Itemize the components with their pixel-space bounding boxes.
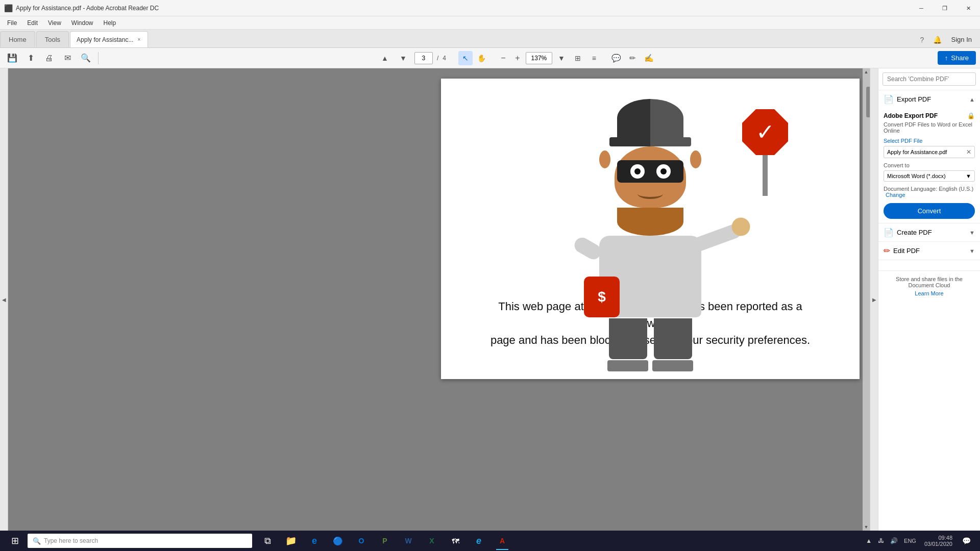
page-number-input[interactable]	[414, 52, 433, 64]
ie-button[interactable]: e	[468, 531, 490, 551]
comment-button[interactable]: 💬	[609, 51, 624, 65]
scroll-thumb[interactable]	[866, 87, 870, 117]
tab-close-button[interactable]: ×	[136, 36, 141, 43]
burglar-leg-left	[609, 318, 647, 359]
acrobat-button[interactable]: A	[491, 531, 513, 551]
maximize-button[interactable]: ❐	[933, 0, 957, 16]
convert-button[interactable]: Convert	[884, 203, 975, 219]
burglar-illustration: $	[461, 99, 839, 272]
notification-center-button[interactable]: 💬	[959, 531, 974, 551]
markup-button[interactable]: ✍	[642, 51, 656, 65]
menu-edit[interactable]: Edit	[22, 17, 43, 29]
edit-pdf-section: ✏ Edit PDF ▼	[878, 242, 980, 260]
help-icon[interactable]: ?	[917, 34, 928, 45]
notification-bell-icon[interactable]: 🔔	[932, 34, 943, 45]
draw-button[interactable]: ✏	[626, 51, 640, 65]
edit-pdf-header[interactable]: ✏ Edit PDF ▼	[878, 242, 980, 260]
minimize-button[interactable]: ─	[910, 0, 933, 16]
scroll-down-button[interactable]: ▼	[863, 523, 870, 531]
tab-tools[interactable]: Tools	[36, 31, 69, 47]
tray-up-arrow-icon[interactable]: ▲	[864, 535, 874, 546]
tab-home[interactable]: Home	[0, 31, 35, 47]
burglar-body: $	[599, 236, 701, 317]
zoom-in-button[interactable]: +	[511, 52, 524, 64]
cursor-tools: ↖ ✋	[458, 51, 489, 65]
tray-volume-icon[interactable]: 🔊	[888, 535, 900, 546]
zoom-out-button[interactable]: −	[497, 52, 509, 64]
tray-network-icon[interactable]: 🖧	[876, 535, 886, 546]
page-separator: /	[437, 55, 438, 62]
word-button[interactable]: W	[397, 531, 420, 551]
menu-file[interactable]: File	[2, 17, 22, 29]
create-pdf-header[interactable]: 📄 Create PDF ▼	[878, 223, 980, 241]
zoom-level-input[interactable]	[526, 52, 552, 64]
tab-document-label: Apply for Assistanc...	[77, 36, 133, 43]
create-pdf-expand-icon: ▼	[969, 230, 975, 236]
taskbar-search-placeholder: Type here to search	[44, 537, 247, 544]
tab-document[interactable]: Apply for Assistanc... ×	[70, 31, 148, 47]
sign-in-button[interactable]: Sign In	[947, 34, 976, 45]
chrome-button[interactable]: 🔵	[327, 531, 349, 551]
pdf-scrollbar-vertical[interactable]: ▲ ▼	[863, 68, 870, 531]
taskbar-search-box[interactable]: 🔍 Type here to search	[28, 534, 252, 548]
burglar-figure: $	[579, 99, 722, 371]
tray-time[interactable]: 09:48 03/01/2020	[920, 535, 957, 547]
page-view-button[interactable]: ⊞	[571, 51, 585, 65]
email-button[interactable]: ✉	[59, 51, 76, 66]
tray-lang[interactable]: ENG	[902, 536, 918, 546]
hand-tool-button[interactable]: ✋	[475, 51, 489, 65]
convert-to-dropdown[interactable]: Microsoft Word (*.docx) ▼	[884, 170, 975, 182]
export-pdf-title-row: 📄 Export PDF	[884, 94, 931, 104]
export-pdf-desc: Convert PDF Files to Word or Excel Onlin…	[884, 121, 975, 134]
right-arrow-icon: ▶	[872, 297, 876, 303]
edit-pdf-label: Edit PDF	[893, 247, 920, 255]
scroll-up-button[interactable]: ▲	[863, 68, 870, 76]
title-bar: ⬛ Apply for Assistance.pdf - Adobe Acrob…	[0, 0, 980, 16]
find-button[interactable]: 🔍	[78, 51, 94, 66]
remove-file-button[interactable]: ✕	[966, 148, 971, 156]
pdf-file-name: Apply for Assistance.pdf	[887, 149, 947, 155]
edit-pdf-icon: ✏	[884, 246, 890, 256]
zoom-area: − + ▼ ⊞ ≡	[497, 51, 601, 65]
menu-window[interactable]: Window	[66, 17, 99, 29]
dropdown-arrow-icon: ▼	[966, 173, 971, 179]
start-button[interactable]: ⊞	[2, 531, 28, 551]
learn-more-link[interactable]: Learn More	[884, 290, 975, 296]
project-button[interactable]: P	[374, 531, 396, 551]
save-button[interactable]: 💾	[4, 51, 20, 66]
burglar-hat	[617, 99, 683, 137]
outlook-button[interactable]: O	[350, 531, 373, 551]
convert-option-label: Microsoft Word (*.docx)	[887, 173, 946, 179]
next-page-button[interactable]: ▼	[396, 51, 410, 65]
close-button[interactable]: ✕	[957, 0, 980, 16]
print-button[interactable]: 🖨	[41, 51, 57, 66]
burglar-face	[615, 146, 686, 208]
task-view-button[interactable]: ⧉	[256, 531, 279, 551]
edge-button[interactable]: e	[303, 531, 326, 551]
burglar-arm-right	[690, 222, 743, 254]
maps-button[interactable]: 🗺	[444, 531, 467, 551]
change-language-button[interactable]: Change	[886, 192, 905, 198]
left-panel-toggle[interactable]: ◀	[0, 68, 8, 531]
title-text: Apply for Assistance.pdf - Adobe Acrobat…	[16, 5, 976, 12]
scroll-view-button[interactable]: ≡	[587, 51, 601, 65]
right-panel-toggle[interactable]: ▶	[870, 68, 878, 531]
create-pdf-section: 📄 Create PDF ▼	[878, 223, 980, 242]
select-pdf-label[interactable]: Select PDF File	[884, 138, 975, 144]
prev-page-button[interactable]: ▲	[378, 51, 392, 65]
doc-language-row: Document Language: English (U.S.) Change	[884, 186, 975, 198]
menu-view[interactable]: View	[43, 17, 66, 29]
excel-button[interactable]: X	[421, 531, 443, 551]
burglar-body-container: $	[579, 236, 722, 317]
burglar-smile	[638, 189, 663, 199]
tools-search-input[interactable]	[883, 72, 976, 86]
export-pdf-header[interactable]: 📄 Export PDF ▲	[878, 90, 980, 108]
menu-help[interactable]: Help	[99, 17, 121, 29]
stop-pole	[763, 155, 768, 196]
view-mode-button[interactable]: ▼	[554, 51, 569, 65]
share-button[interactable]: ↑ Share	[938, 51, 976, 65]
cursor-select-button[interactable]: ↖	[458, 51, 473, 65]
save-to-cloud-button[interactable]: ⬆	[22, 51, 39, 66]
tab-bar: Home Tools Apply for Assistanc... × ? 🔔 …	[0, 30, 980, 48]
file-explorer-button[interactable]: 📁	[280, 531, 302, 551]
